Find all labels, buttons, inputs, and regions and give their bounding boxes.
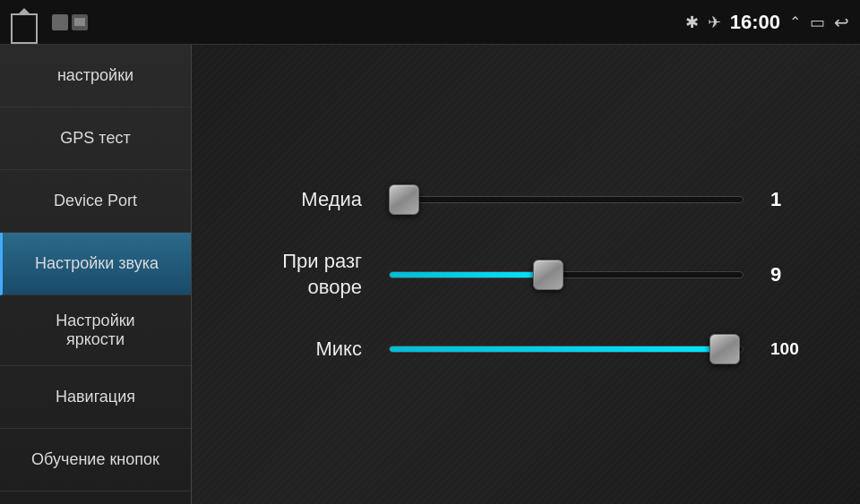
app-icon-1 (52, 14, 68, 30)
slider-value-media: 1 (770, 188, 806, 211)
navigation-icon: ✈ (708, 13, 721, 32)
status-right-icons: ✱ ✈ 16:00 ⌃ ▭ ↩ (685, 11, 849, 34)
screen-icon[interactable]: ▭ (810, 13, 825, 32)
main-layout: настройки GPS тест Device Port Настройки… (0, 45, 860, 504)
slider-label-mix: Микс (245, 337, 362, 363)
expand-icon: ⌃ (789, 13, 801, 30)
sidebar-item-brightness[interactable]: Настройки яркости (0, 295, 191, 366)
slider-track-bg-media (389, 196, 744, 203)
sidebar-item-settings[interactable]: настройки (0, 45, 191, 107)
slider-fill-call (390, 272, 548, 278)
sidebar: настройки GPS тест Device Port Настройки… (0, 45, 192, 504)
app-icon-2 (72, 14, 88, 30)
slider-thumb-media[interactable] (389, 184, 419, 215)
slider-row-call: При разг оворе 9 (245, 249, 806, 300)
bluetooth-icon: ✱ (685, 13, 699, 32)
slider-row-mix: Микс 100 (245, 336, 806, 363)
slider-track-media[interactable] (389, 186, 744, 213)
status-bar: ✱ ✈ 16:00 ⌃ ▭ ↩ (0, 0, 860, 45)
slider-thumb-call[interactable] (533, 260, 563, 290)
app-icons (52, 14, 88, 30)
status-left-icons (11, 10, 88, 35)
back-icon[interactable]: ↩ (834, 12, 849, 33)
slider-track-bg-call (389, 271, 744, 278)
sidebar-item-gps-test[interactable]: GPS тест (0, 107, 191, 170)
slider-value-call: 9 (770, 263, 806, 286)
slider-thumb-mix[interactable] (710, 334, 740, 364)
slider-track-bg-mix (389, 346, 744, 353)
sidebar-item-button-training[interactable]: Обучение кнопок (0, 429, 191, 491)
sidebar-item-sound-settings[interactable]: Настройки звука (0, 233, 191, 295)
status-time: 16:00 (730, 11, 780, 34)
slider-fill-mix (390, 346, 725, 352)
slider-track-call[interactable] (389, 261, 744, 288)
slider-value-mix: 100 (770, 340, 806, 359)
slider-label-media: Медиа (245, 187, 362, 213)
slider-track-mix[interactable] (389, 336, 744, 363)
slider-label-call: При разг оворе (245, 249, 362, 300)
sidebar-item-navigation[interactable]: Навигация (0, 366, 191, 429)
slider-row-media: Медиа 1 (245, 186, 806, 213)
content-area: Медиа 1 При разг оворе 9 (192, 45, 860, 504)
home-icon[interactable] (11, 13, 38, 35)
sidebar-item-device-port[interactable]: Device Port (0, 170, 191, 233)
